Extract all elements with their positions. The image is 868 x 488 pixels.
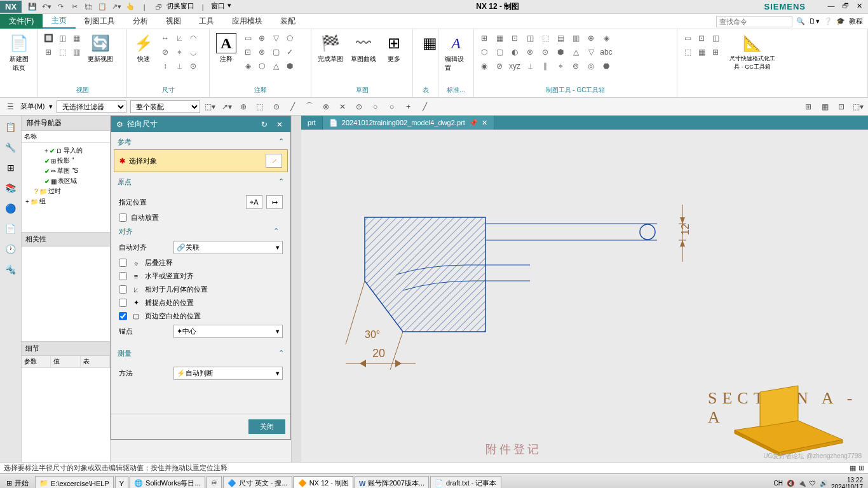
- task-item[interactable]: 📁E:\excercise\HELP: [35, 476, 114, 489]
- gc-icon[interactable]: ◈: [600, 32, 613, 44]
- tutorial-label[interactable]: 教程: [849, 17, 863, 26]
- annot-icon[interactable]: ⬡: [255, 60, 268, 72]
- gc-icon[interactable]: ⌖: [554, 60, 567, 72]
- sel-icon[interactable]: ⬚: [254, 100, 266, 113]
- nav-tree[interactable]: +✔🗋导入的 ✔⊞投影 " ✔✏草图 "S ✔▦表区域 ?📁过时 +📁组: [22, 143, 110, 232]
- sel-icon[interactable]: ╱: [419, 100, 431, 113]
- dim-icon[interactable]: ⊙: [187, 60, 200, 72]
- minimize-button[interactable]: —: [825, 2, 837, 12]
- gc-icon[interactable]: ⊡: [508, 32, 521, 44]
- nav-relativity[interactable]: 相关性: [22, 232, 110, 247]
- dialog-scrollbar[interactable]: [291, 116, 301, 462]
- sel-icon[interactable]: ⊙: [270, 100, 283, 113]
- dim-icon[interactable]: ⊘: [159, 46, 172, 58]
- gc-icon[interactable]: △: [569, 46, 582, 58]
- chevron-down-icon[interactable]: ▾: [49, 102, 53, 111]
- scope-combo[interactable]: 整个装配: [130, 100, 200, 113]
- status-icon[interactable]: ▦: [850, 464, 856, 472]
- sel-icon[interactable]: ⬚▾: [204, 100, 217, 113]
- gc-icon[interactable]: ⊚: [569, 60, 582, 72]
- dropdown-icon[interactable]: 🗋▾: [809, 17, 820, 25]
- gc-icon[interactable]: ▽: [585, 46, 597, 58]
- gc-icon[interactable]: ⊘: [493, 60, 506, 72]
- filter-combo[interactable]: 无选择过滤器: [57, 100, 126, 113]
- gc-icon[interactable]: ⬢: [554, 46, 567, 58]
- pointer-icon[interactable]: ↗▾: [111, 1, 122, 13]
- gc-icon[interactable]: ▤: [554, 32, 567, 44]
- fmt-icon[interactable]: ◫: [709, 32, 722, 44]
- rail-web-icon[interactable]: 🔵: [3, 201, 18, 216]
- view-icon[interactable]: ⊞: [42, 46, 55, 58]
- dim-icon[interactable]: ⌖: [173, 46, 186, 58]
- rail-constraint-icon[interactable]: ⊞: [3, 160, 18, 175]
- sketch-curve-button[interactable]: 〰 草图曲线: [348, 32, 379, 65]
- tray-icon[interactable]: 🛡: [810, 480, 816, 487]
- menu-label[interactable]: 菜单(M): [20, 102, 45, 111]
- paste-icon[interactable]: 📋: [97, 1, 108, 13]
- task-item[interactable]: ♾: [207, 476, 222, 489]
- hv-align-check[interactable]: ≡水平或竖直对齐: [119, 269, 283, 283]
- gc-icon[interactable]: ⊕: [585, 32, 597, 44]
- rail-nav-icon[interactable]: 📋: [3, 119, 18, 135]
- annot-icon[interactable]: ✓: [283, 46, 296, 58]
- ime-indicator[interactable]: CH: [773, 480, 782, 487]
- annot-icon[interactable]: ⊗: [255, 46, 268, 58]
- overlay-check[interactable]: ⟐层叠注释: [119, 256, 283, 269]
- gc-icon[interactable]: ◎: [585, 60, 597, 72]
- annot-icon[interactable]: ⊕: [255, 32, 268, 44]
- menu-icon[interactable]: ☰: [4, 100, 17, 113]
- start-button[interactable]: ⊞开始: [1, 477, 34, 488]
- annot-icon[interactable]: ◈: [241, 60, 254, 72]
- command-search-input[interactable]: [716, 16, 792, 27]
- gc-icon[interactable]: ⊙: [539, 46, 552, 58]
- redo-icon[interactable]: ↷: [55, 1, 66, 13]
- tab-assembly[interactable]: 装配: [271, 14, 304, 29]
- sel-icon[interactable]: ╱: [287, 100, 299, 113]
- dim-icon[interactable]: ⟀: [173, 32, 186, 44]
- maximize-button[interactable]: 🗗: [839, 2, 851, 12]
- view-icon[interactable]: ◫: [56, 32, 69, 44]
- margin-check[interactable]: ▢页边空白处的位置: [119, 309, 283, 323]
- sel-icon[interactable]: ⌒: [303, 100, 316, 113]
- task-item[interactable]: Y: [115, 476, 128, 489]
- task-item[interactable]: 🔷尺寸 英文 - 搜...: [223, 476, 292, 489]
- new-sheet-button[interactable]: 📄 新建图纸页: [4, 32, 34, 74]
- dim-icon[interactable]: ◠: [187, 32, 200, 44]
- annot-icon[interactable]: △: [269, 60, 282, 72]
- nav-detail[interactable]: 细节: [22, 341, 110, 356]
- doc-tab[interactable]: prt: [301, 116, 323, 130]
- rail-history-icon[interactable]: 📚: [3, 180, 18, 196]
- tab-application[interactable]: 应用模块: [223, 14, 271, 29]
- switch-window-label[interactable]: 切换窗口: [166, 1, 194, 13]
- view-icon[interactable]: ⊞: [802, 100, 815, 113]
- dialog-titlebar[interactable]: ⚙ 径向尺寸 ↻ ✕: [111, 116, 290, 132]
- file-menu[interactable]: 文件(F): [0, 14, 43, 29]
- annot-icon[interactable]: ⬠: [283, 32, 296, 44]
- sel-icon[interactable]: ⊗: [320, 100, 332, 113]
- status-icon[interactable]: ⊞: [858, 464, 864, 472]
- annot-icon[interactable]: ⬢: [283, 60, 296, 72]
- task-item-active[interactable]: 🔶NX 12 - 制图: [294, 476, 353, 489]
- cut-icon[interactable]: ✂: [69, 1, 80, 13]
- view-icon[interactable]: ▦: [818, 100, 831, 113]
- sel-icon[interactable]: +: [402, 100, 415, 113]
- gc-icon[interactable]: ▥: [569, 32, 582, 44]
- section-measure[interactable]: 测量⌃: [114, 346, 288, 361]
- gc-icon[interactable]: ∥: [539, 60, 552, 72]
- select-object-row[interactable]: ✱ 选择对象 ⟋: [114, 149, 288, 172]
- gc-icon[interactable]: abc: [600, 46, 613, 58]
- rail-clock-icon[interactable]: 🕐: [3, 241, 18, 257]
- update-view-button[interactable]: 🔄 更新视图: [85, 32, 116, 65]
- task-item[interactable]: 🌐SolidWorks每日...: [130, 476, 205, 489]
- close-button[interactable]: ✕: [853, 2, 865, 12]
- gc-icon[interactable]: ⬡: [478, 46, 491, 58]
- gc-icon[interactable]: ⬣: [600, 60, 613, 72]
- tray-icon[interactable]: 🔇: [787, 480, 794, 487]
- gear-icon[interactable]: ⚙: [116, 120, 123, 129]
- gc-icon[interactable]: ◉: [478, 60, 491, 72]
- help-icon[interactable]: ❔: [824, 17, 832, 25]
- annot-icon[interactable]: ▭: [241, 32, 254, 44]
- dim-icon[interactable]: ↔: [159, 32, 172, 44]
- annot-icon[interactable]: ▢: [269, 46, 282, 58]
- gc-icon[interactable]: ▦: [493, 32, 506, 44]
